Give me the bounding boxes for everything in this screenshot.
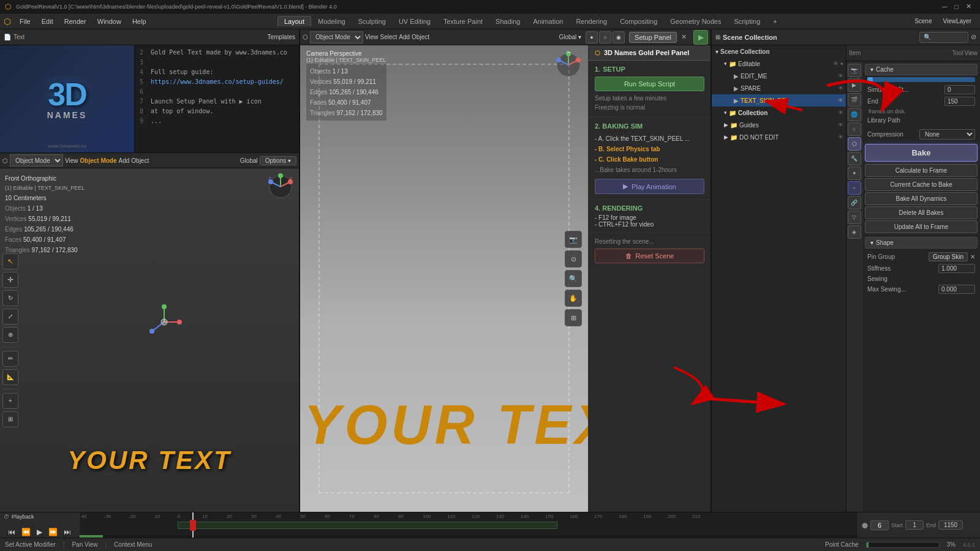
help-menu[interactable]: Help [127,17,151,26]
tab-geometry-nodes[interactable]: Geometry Nodes [664,17,727,26]
shading-solid-icon[interactable]: ● [586,31,598,43]
tab-compositing[interactable]: Compositing [614,17,663,26]
shading-wire-icon[interactable]: ○ [599,31,611,43]
main-3d-viewport[interactable]: Camera Perspective (1) Editable | TEXT_S… [300,45,588,512]
global-label[interactable]: Global ▾ [556,34,584,40]
run-setup-script-button[interactable]: Run Setup Script [595,77,704,91]
tab-scripting[interactable]: Scripting [728,17,766,26]
object-mode-select[interactable]: Object Mode [10,154,63,167]
props-data-tab[interactable]: ▽ [848,211,861,224]
render-menu[interactable]: Render [59,17,91,26]
close-button[interactable]: ✕ [962,2,975,10]
props-output-tab[interactable]: ▶ [848,78,861,92]
props-modifier-tab[interactable]: 🔧 [848,152,861,165]
delete-all-bakes-button[interactable]: Delete All Bakes [865,206,978,219]
toolbar-scale-icon[interactable]: ⤢ [2,309,18,324]
view-menu[interactable]: View [65,157,78,164]
step-forward-button[interactable]: ⏩ [48,528,58,536]
minimize-button[interactable]: ─ [939,3,951,10]
play-animation-button[interactable]: ▶ [693,30,708,45]
tab-shading[interactable]: Shading [489,17,526,26]
setup-panel-tab[interactable]: Setup Panel [629,32,677,43]
calculate-to-frame-button[interactable]: Calculate to Frame [865,164,978,177]
toolbar-annotate-icon[interactable]: ✏ [2,351,18,367]
tab-add[interactable]: + [767,17,783,26]
file-menu[interactable]: File [15,17,36,26]
ol-spare[interactable]: ▶ SPARE 👁 [712,82,846,94]
ol-text-skin-pe[interactable]: ▶ TEXT_SKIN_PE 👁 [712,94,846,107]
scene-selector[interactable]: Scene [910,18,937,24]
start-frame-display[interactable]: 1 [905,520,924,530]
ol-collection[interactable]: ▾ 📁 Collection 👁 [712,107,846,119]
ol-scene-collection[interactable]: ▾ Scene Collection [712,45,846,58]
tab-sculpting[interactable]: Sculpting [352,17,392,26]
ol-guides[interactable]: ▶ 📁 Guides 👁 [712,119,846,131]
props-view-layer-tab[interactable]: 🎬 [848,93,861,107]
end-frame-display[interactable]: 1150 [938,520,963,530]
props-world-tab[interactable]: ○ [848,122,861,136]
toolbar-transform-icon[interactable]: ⊕ [2,327,18,343]
templates-button[interactable]: Templates [267,34,295,40]
jump-end-button[interactable]: ⏭ [64,528,71,536]
center-select-menu[interactable]: Select [380,34,398,40]
cache-section-header[interactable]: ▾ Cache [865,64,978,75]
toolbar-grid-icon[interactable]: ⊞ [2,411,18,427]
playback-menu[interactable]: Playback [12,514,34,520]
props-render-tab[interactable]: 📷 [848,64,861,77]
max-sewing-input[interactable] [938,285,975,294]
ol-do-not-edit[interactable]: ▶ 📁 DO NOT EDIT 👁 [712,131,846,143]
view-tab-props[interactable]: View [965,50,978,56]
current-cache-to-bake-button[interactable]: Current Cache to Bake [865,178,978,191]
window-menu[interactable]: Window [92,17,126,26]
sim-end-input[interactable] [944,97,975,106]
shape-section-header[interactable]: ▾ Shape [865,237,978,249]
current-frame-display[interactable]: 6 [870,520,889,530]
timeline-track[interactable]: -40 -30 -20 -10 0 10 20 30 40 50 60 70 8… [80,512,858,538]
center-object-menu[interactable]: Object [412,34,429,40]
select-menu[interactable]: Object Mode [80,157,117,164]
stiffness-input[interactable] [938,264,975,273]
tab-layout[interactable]: Layout [277,16,311,26]
shading-render-icon[interactable]: ◉ [612,31,625,43]
view-camera-icon[interactable]: 📷 [565,231,582,248]
props-particles-tab[interactable]: ✦ [848,167,861,180]
view-grid-icon[interactable]: ⊞ [565,309,582,326]
view-layer[interactable]: ViewLayer [938,18,976,24]
props-object-tab[interactable]: ⬡ [848,137,861,151]
center-add-menu[interactable]: Add [399,34,410,40]
setup-panel-close-icon[interactable]: ✕ [679,33,689,41]
tab-rendering[interactable]: Rendering [570,17,613,26]
view-orbit-icon[interactable]: ⊙ [565,250,582,268]
center-view-menu[interactable]: View [365,34,379,40]
center-mode-select[interactable]: Object Mode [310,31,363,43]
options-button[interactable]: Options ▾ [260,156,296,165]
tab-uv-editing[interactable]: UV Editing [393,17,437,26]
tab-texture-paint[interactable]: Texture Paint [437,17,489,26]
props-physics-tab[interactable]: ~ [848,181,861,195]
tool-tab[interactable]: Tool [952,50,963,56]
playback-dropdown[interactable]: ⏱ [4,514,9,520]
play-animation-setup-button[interactable]: ▶ Play Animation [595,179,704,194]
jump-start-button[interactable]: ⏮ [8,528,15,536]
props-scene-tab[interactable]: 🌐 [848,108,861,121]
view-zoom-icon[interactable]: 🔍 [565,270,582,287]
toolbar-measure-icon[interactable]: 📐 [2,369,18,385]
global-select[interactable]: Global [240,157,258,164]
reset-scene-button[interactable]: 🗑 Reset Scene [595,249,704,263]
bake-all-dynamics-button[interactable]: Bake All Dynamics [865,192,978,205]
left-3d-viewport[interactable]: Front Orthographic (1) Editable | TEXT_S… [0,168,299,512]
tab-modeling[interactable]: Modeling [312,17,352,26]
props-constraints-tab[interactable]: 🔗 [848,196,861,209]
outliner-search-input[interactable] [919,32,968,43]
play-button[interactable]: ▶ [37,528,42,536]
toolbar-add-icon[interactable]: + [2,393,18,409]
toolbar-move-icon[interactable]: ✛ [2,272,18,288]
toolbar-cursor-icon[interactable]: ↖ [2,253,18,269]
props-material-tab[interactable]: ◈ [848,225,861,239]
object-menu[interactable]: Object [131,157,149,164]
ol-editable[interactable]: ▾ 📁 Editable 👁 ● [712,58,846,70]
ol-edit-me[interactable]: ▶ EDIT_ME 👁 [712,70,846,82]
bake-button[interactable]: Bake [865,144,978,162]
pin-group-x-icon[interactable]: ✕ [970,253,975,260]
toolbar-rotate-icon[interactable]: ↻ [2,290,18,306]
